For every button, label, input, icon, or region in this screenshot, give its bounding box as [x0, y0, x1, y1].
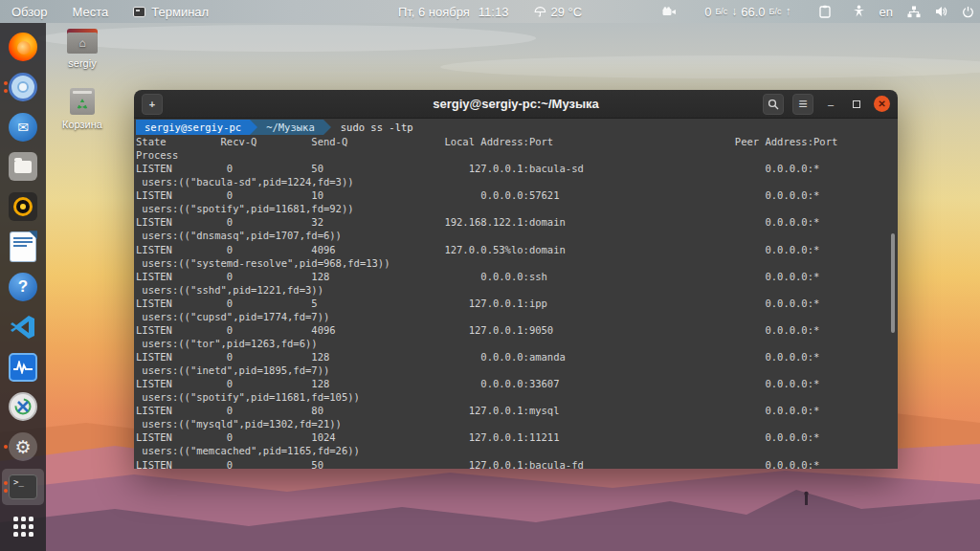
person-silhouette — [805, 496, 808, 505]
search-button[interactable] — [763, 94, 784, 115]
maximize-icon — [853, 100, 860, 108]
weather-indicator[interactable]: 29 °C — [533, 5, 582, 19]
volume-icon[interactable] — [935, 6, 947, 17]
maximize-button[interactable] — [848, 96, 865, 113]
places-menu[interactable]: Места — [73, 5, 109, 19]
search-icon — [768, 99, 779, 110]
new-tab-button[interactable]: + — [142, 94, 163, 115]
files-icon — [9, 152, 37, 181]
minimize-button[interactable]: – — [822, 96, 839, 113]
dock-item-vscode[interactable] — [2, 309, 44, 345]
prompt-directory: ~/Музыка — [257, 120, 323, 135]
help-icon: ? — [9, 273, 37, 301]
dock-item-help[interactable]: ? — [2, 269, 44, 305]
menu-button[interactable]: ≡ — [792, 94, 813, 115]
running-indicator — [4, 481, 8, 493]
vscode-icon — [10, 314, 36, 341]
desktop: Обзор Места Терминал Пт, 6 ноября11:13 2… — [0, 0, 980, 551]
firefox-icon — [9, 33, 37, 61]
dock-item-x-utility[interactable] — [2, 388, 44, 425]
dock-item-files[interactable] — [2, 148, 44, 185]
dock-item-firefox[interactable] — [2, 29, 44, 65]
x-utility-icon — [9, 392, 37, 421]
app-grid-icon — [13, 517, 33, 537]
window-title: sergiy@sergiy-pc:~/Музыка — [433, 97, 599, 111]
clipboard-icon[interactable] — [819, 5, 831, 18]
activities-button[interactable]: Обзор — [11, 5, 48, 19]
thunderbird-icon: ✉ — [9, 113, 37, 142]
home-icon-label: sergiy — [56, 57, 109, 69]
terminal-scrollbar[interactable] — [891, 233, 895, 333]
top-panel: Обзор Места Терминал Пт, 6 ноября11:13 2… — [0, 0, 980, 23]
clock-menu[interactable]: Пт, 6 ноября11:13 — [398, 5, 509, 19]
dock-item-rhythmbox[interactable] — [2, 188, 44, 225]
terminal-body[interactable]: sergiy@sergiy-pc ~/Музыка sudo ss -ltp S… — [134, 119, 898, 469]
up-arrow-icon: ↑ — [786, 5, 791, 18]
terminal-output: State Recv-Q Send-Q Local Address:Port P… — [136, 135, 898, 469]
dock-item-thunderbird[interactable]: ✉ — [2, 109, 44, 145]
desktop-icon-home[interactable]: ⌂ sergiy — [56, 29, 109, 69]
network-icon[interactable] — [907, 6, 921, 18]
dock: ✉ ? — [0, 23, 46, 551]
libreoffice-writer-icon — [11, 232, 35, 261]
home-folder-icon: ⌂ — [67, 29, 98, 54]
trash-icon — [70, 88, 95, 115]
terminal-dock-icon: >_ — [9, 474, 37, 499]
camera-indicator-icon[interactable] — [662, 7, 677, 17]
chromium-icon — [9, 73, 37, 101]
powerline-arrow — [323, 120, 331, 135]
terminal-titlebar[interactable]: + sergiy@sergiy-pc:~/Музыка ≡ – ✕ — [134, 90, 898, 119]
terminal-window: + sergiy@sergiy-pc:~/Музыка ≡ – ✕ sergiy… — [134, 90, 898, 469]
powerline-arrow — [250, 120, 257, 135]
typed-command: sudo ss -ltp — [341, 120, 413, 135]
weather-umbrella-icon — [533, 6, 546, 18]
dock-item-system-monitor[interactable] — [2, 349, 44, 386]
desktop-icon-trash[interactable]: Корзина — [56, 88, 109, 130]
trash-icon-label: Корзина — [56, 119, 109, 130]
shell-prompt: sergiy@sergiy-pc ~/Музыка sudo ss -ltp — [136, 120, 898, 135]
dock-item-writer[interactable] — [2, 229, 44, 265]
network-speed-indicator[interactable]: 0Б/с ↓ 66.0Б/с ↑ — [704, 5, 791, 19]
system-monitor-icon — [9, 353, 37, 382]
settings-gear-icon: ⚙ — [9, 432, 37, 461]
running-indicator — [4, 81, 8, 93]
close-button[interactable]: ✕ — [874, 96, 890, 112]
show-applications-button[interactable] — [2, 509, 44, 545]
keyboard-layout-indicator[interactable]: en — [880, 5, 893, 19]
rhythmbox-icon — [9, 192, 37, 221]
accessibility-icon[interactable] — [853, 5, 865, 18]
running-indicator — [4, 445, 8, 449]
prompt-user-host: sergiy@sergiy-pc — [136, 120, 250, 135]
dock-item-settings[interactable]: ⚙ — [2, 429, 44, 465]
dock-item-terminal[interactable]: >_ — [2, 469, 44, 505]
terminal-app-icon — [133, 7, 145, 17]
dock-item-chromium[interactable] — [2, 69, 44, 105]
focused-app-menu[interactable]: Терминал — [133, 5, 209, 19]
power-icon[interactable] — [962, 6, 974, 18]
down-arrow-icon: ↓ — [731, 5, 737, 18]
